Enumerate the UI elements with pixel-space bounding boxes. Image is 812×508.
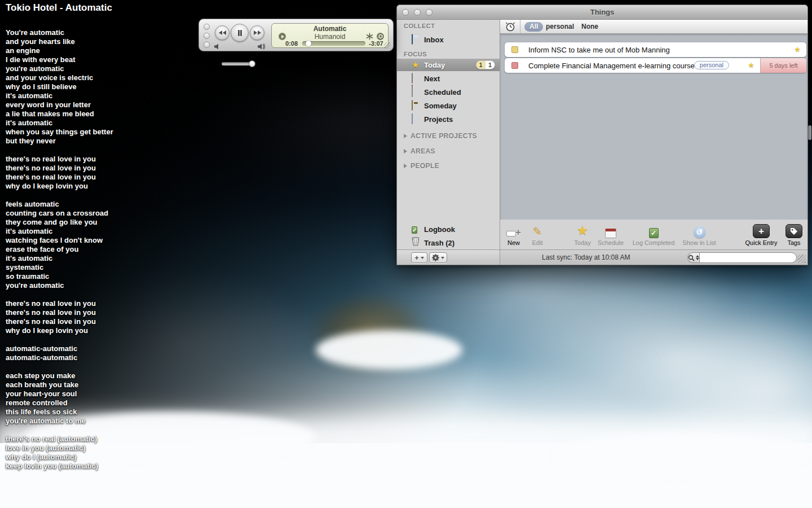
volume-low-icon	[214, 43, 220, 50]
toolbar-new-button[interactable]: + New	[500, 222, 527, 246]
lyric-line: each breath you take	[6, 380, 113, 389]
sidebar-item-today[interactable]: ★ Today 1 1	[397, 59, 500, 71]
someday-box-icon	[412, 100, 413, 111]
volume-slider[interactable]	[222, 62, 254, 65]
progress-thumb[interactable]	[306, 41, 311, 46]
task-checkbox[interactable]	[511, 62, 518, 69]
group-label: ACTIVE PROJECTS	[411, 132, 477, 140]
next-button[interactable]	[250, 25, 264, 40]
genius-icon[interactable]	[366, 33, 373, 40]
toolbar-label: Edit	[526, 239, 549, 246]
itunes-mini-player: Automatic Humanoid 0:08 -3:07	[198, 19, 394, 51]
lyric-line: there's no real (automatic)	[6, 435, 113, 444]
title-bar[interactable]: Things	[397, 5, 807, 20]
disclosure-triangle-icon	[404, 164, 407, 168]
task-checkbox[interactable]	[511, 46, 518, 53]
search-input[interactable]	[699, 252, 797, 263]
action-gear-button[interactable]	[429, 252, 447, 263]
toolbar-edit-button[interactable]: ✎ Edit	[526, 222, 549, 246]
sidebar-item-projects[interactable]: Projects	[397, 113, 500, 125]
collect-header: COLLECT	[404, 23, 435, 29]
lyric-line: it's automatic	[6, 91, 113, 100]
lyric-line: each step you make	[6, 371, 113, 380]
task-list: Inform NSC to take me out of Mob Manning…	[500, 34, 807, 220]
filter-personal[interactable]: personal	[546, 23, 574, 30]
lyric-line: why do I still believe	[6, 82, 113, 91]
scrollbar-thumb[interactable]	[808, 125, 811, 140]
star-icon: ★	[577, 223, 589, 238]
task-row[interactable]: Inform NSC to take me out of Mob Manning…	[505, 42, 806, 57]
group-people[interactable]: PEOPLE	[397, 161, 500, 170]
lyric-line: counting cars on a crossroad	[6, 209, 113, 218]
window-button[interactable]	[204, 42, 210, 48]
star-icon[interactable]: ★	[748, 61, 754, 69]
tag-pill[interactable]: personal	[694, 61, 729, 69]
due-badge: 5 days left	[760, 58, 806, 73]
add-button[interactable]: +	[411, 252, 427, 263]
toolbar-label: Tags	[782, 239, 806, 246]
play-indicator-icon[interactable]	[279, 33, 286, 40]
lyric-line: they come and go like you	[6, 218, 113, 227]
lyric-block: automatic-automaticautomatic-automatic	[6, 344, 113, 362]
window-button[interactable]	[204, 24, 210, 30]
progress-slider[interactable]	[302, 41, 365, 46]
eject-icon[interactable]	[377, 33, 384, 40]
play-triangle	[281, 35, 284, 38]
window-button[interactable]	[204, 33, 210, 39]
lyric-line: there's no real love in you	[6, 164, 113, 173]
toolbar-quick-entry-button[interactable]: + Quick Entry	[740, 222, 783, 246]
toolbar-tags-button[interactable]: Tags	[782, 222, 806, 246]
toolbar: + New ✎ Edit ★ Today Schedule	[500, 220, 807, 249]
lyric-line: remote controlled	[6, 398, 113, 408]
alarm-filter-button[interactable]	[500, 20, 520, 33]
last-sync-text: Last sync: Today at 10:08 AM	[542, 253, 630, 261]
group-active-projects[interactable]: ACTIVE PROJECTS	[397, 132, 500, 141]
sidebar-item-someday[interactable]: Someday	[397, 99, 500, 112]
resize-grip[interactable]	[797, 255, 806, 263]
sidebar-item-trash[interactable]: Trash (2)	[397, 237, 500, 249]
lyric-block: You're automaticand your hearts likean e…	[6, 28, 113, 146]
rewind-icon	[223, 30, 226, 35]
filter-all[interactable]: All	[524, 22, 543, 32]
lyrics-title: Tokio Hotel - Automatic	[6, 2, 113, 14]
lyric-line: so traumatic	[6, 272, 113, 281]
chevron-down-icon	[441, 257, 444, 259]
lyric-line: every word in your letter	[6, 100, 113, 110]
sidebar-item-scheduled[interactable]: Scheduled	[397, 86, 500, 98]
volume-high-icon	[258, 43, 266, 50]
pause-button[interactable]	[231, 24, 249, 42]
circular-arrow-icon: ↺	[694, 226, 705, 238]
sidebar-item-inbox[interactable]: Inbox	[397, 33, 500, 46]
sidebar-item-label: Projects	[424, 115, 453, 124]
pause-icon	[240, 30, 242, 36]
resize-grip[interactable]	[384, 42, 391, 49]
toolbar-today-button[interactable]: ★ Today	[568, 222, 597, 246]
lyric-line: and your voice is electric	[6, 73, 113, 82]
sidebar-item-label: Inbox	[424, 36, 444, 44]
task-row[interactable]: Complete Financial Management e-learning…	[505, 58, 806, 73]
group-areas[interactable]: AREAS	[397, 147, 500, 156]
toolbar-log-completed-button[interactable]: ✓ Log Completed	[628, 222, 679, 246]
star-icon[interactable]: ★	[794, 45, 801, 54]
sidebar-item-logbook[interactable]: ✓ Logbook	[397, 223, 500, 235]
sidebar-item-label: Today	[424, 61, 445, 69]
main-pane: All personal None Inform NSC to take me …	[500, 20, 807, 265]
previous-button[interactable]	[215, 25, 230, 40]
toolbar-label: Today	[568, 239, 597, 246]
lyric-line: there's no real love in you	[6, 173, 113, 182]
sidebar-item-next[interactable]: Next	[397, 72, 500, 85]
filter-none[interactable]: None	[581, 23, 598, 30]
volume-slider-thumb[interactable]	[249, 60, 255, 67]
lyric-line: why do I keep lovin you	[6, 326, 113, 335]
toolbar-show-in-list-button[interactable]: ↺ Show in List	[679, 222, 720, 246]
search-field[interactable]	[687, 252, 795, 263]
lyric-block: there's no real (automatic)love in you (…	[6, 435, 113, 471]
pause-icon	[238, 30, 240, 36]
sidebar-item-label: Next	[424, 75, 440, 83]
toolbar-schedule-button[interactable]: Schedule	[595, 222, 626, 246]
sidebar-item-label: Trash (2)	[424, 239, 454, 247]
lyrics-blocks: You're automaticand your hearts likean e…	[6, 28, 113, 471]
search-scope-button[interactable]	[687, 252, 699, 263]
logbook-icon: ✓	[412, 226, 417, 234]
sidebar-item-label: Logbook	[424, 225, 455, 234]
